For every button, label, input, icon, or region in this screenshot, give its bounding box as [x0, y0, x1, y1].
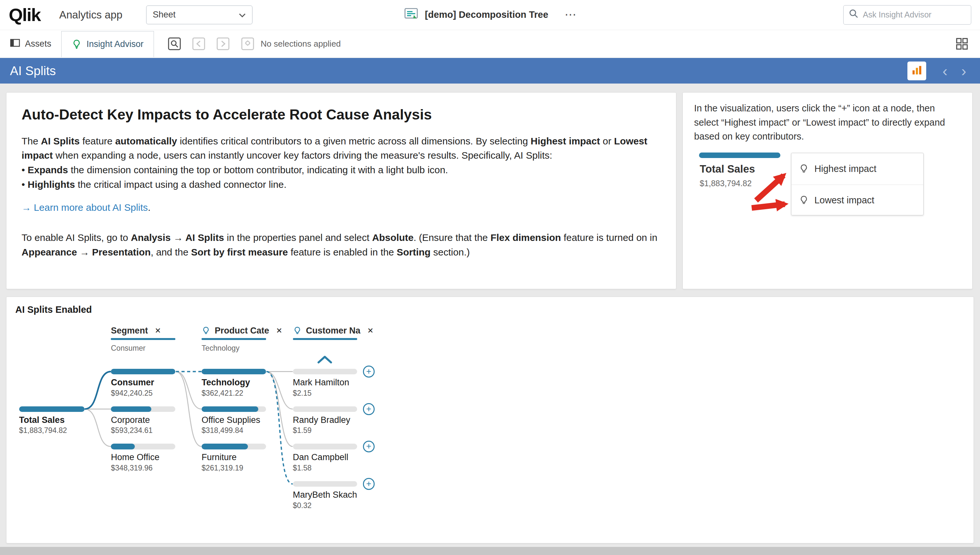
tree-node-office-supplies[interactable]: Office Supplies $318,499.84 — [201, 406, 266, 435]
expand-node-button[interactable]: + — [363, 478, 375, 490]
lightbulb-icon — [799, 164, 809, 174]
topbar: Qlik Analytics app Sheet [demo] Decompos… — [0, 0, 980, 30]
dimension-header-segment: Segment ✕ Consumer — [111, 326, 175, 353]
node-bar — [293, 369, 357, 374]
bottom-scroll-strip[interactable] — [0, 547, 980, 555]
node-label: Home Office — [111, 452, 175, 462]
tree-node-corporate[interactable]: Corporate $593,234.61 — [111, 406, 175, 435]
next-sheet-icon[interactable]: › — [961, 63, 966, 79]
clear-selections-icon[interactable] — [240, 35, 256, 52]
document-title-group: [demo] Decomposition Tree ⋯ — [404, 6, 576, 24]
more-menu-button[interactable]: ⋯ — [565, 9, 576, 21]
node-label: Corporate — [111, 415, 175, 425]
selections-status: No selections applied — [261, 39, 341, 49]
node-bar — [201, 406, 266, 412]
dimension-label: Segment — [111, 326, 148, 336]
tree-node-furniture[interactable]: Furniture $261,319.19 — [201, 444, 266, 472]
search-icon — [848, 8, 858, 21]
expand-node-button[interactable]: + — [363, 403, 375, 415]
tree-node-consumer[interactable]: Consumer $942,240.25 — [111, 369, 175, 398]
hint-card: In the visualization, users click the “+… — [682, 92, 972, 289]
info-bullet-1: • Expands the dimension containing the t… — [22, 163, 661, 178]
tree-node-home-office[interactable]: Home Office $348,319.96 — [111, 444, 175, 472]
qlik-logo: Qlik — [9, 4, 40, 25]
learn-more-line: →Learn more about AI Splits. — [22, 202, 661, 213]
node-bar — [111, 406, 175, 412]
expand-node-button[interactable]: + — [363, 441, 375, 453]
node-bar — [19, 406, 85, 412]
remove-dimension-button[interactable]: ✕ — [274, 326, 282, 335]
dimension-header-product-category: Product Cate ✕ Technology — [201, 326, 282, 353]
node-label: MaryBeth Skach — [293, 490, 357, 500]
selections-forward-icon[interactable] — [215, 35, 232, 52]
search-input[interactable] — [863, 10, 966, 19]
remove-dimension-button[interactable]: ✕ — [152, 326, 161, 335]
node-value: $1,883,794.82 — [19, 426, 85, 435]
tree-node-technology[interactable]: Technology $362,421.22 — [201, 369, 266, 398]
selections-back-icon[interactable] — [191, 35, 207, 52]
dimension-selection: Consumer — [111, 344, 175, 353]
node-bar — [201, 444, 266, 449]
expand-node-button[interactable]: + — [363, 366, 375, 377]
node-label: Total Sales — [19, 415, 85, 425]
sheet-thumbnail-icon — [404, 6, 419, 24]
insight-advisor-search[interactable] — [843, 5, 971, 25]
node-value: $348,319.96 — [111, 464, 175, 472]
dimension-underline — [111, 338, 175, 340]
impact-menu: Highest impact Lowest impact — [791, 153, 924, 215]
smart-search-icon[interactable] — [166, 35, 182, 52]
node-value: $318,499.84 — [201, 426, 266, 435]
node-value: $1.59 — [293, 426, 357, 435]
menu-item-highest-impact[interactable]: Highest impact — [792, 153, 923, 184]
dimension-underline — [293, 338, 357, 340]
tree-node-dan-campbell[interactable]: Dan Campbell $1.58 — [293, 444, 357, 472]
remove-dimension-button[interactable]: ✕ — [365, 326, 374, 335]
bar-chart-icon — [911, 64, 923, 79]
node-label: Randy Bradley — [293, 415, 357, 425]
app-label: Analytics app — [59, 9, 122, 21]
node-bar — [293, 444, 357, 449]
sheet-title: AI Splits — [10, 64, 56, 78]
prev-sheet-icon[interactable]: ‹ — [942, 63, 947, 79]
assets-button[interactable]: Assets — [0, 30, 61, 58]
dimension-label: Product Cate — [215, 326, 269, 336]
info-bullet-2: • Highlights the critical impact using a… — [22, 178, 661, 192]
info-paragraph-1: The AI Splits feature automatically iden… — [22, 134, 661, 163]
hint-node-value: $1,883,794.82 — [700, 179, 751, 188]
node-bar — [293, 406, 357, 412]
decomposition-tree-card: AI Splits Enabled Segment ✕ Consumer — [6, 297, 974, 543]
node-bar — [111, 369, 175, 374]
insight-advisor-label: Insight Advisor — [87, 39, 143, 49]
assets-panel-icon — [10, 38, 20, 50]
sheet-grid-icon[interactable] — [954, 35, 970, 52]
node-value: $942,240.25 — [111, 389, 175, 398]
node-value: $0.32 — [293, 501, 357, 510]
node-bar — [293, 481, 357, 487]
arrow-right-icon: → — [22, 202, 31, 213]
scroll-up-chevron-icon[interactable] — [317, 356, 332, 366]
sheet-header: AI Splits ‹ › — [0, 58, 980, 83]
node-bar — [111, 444, 175, 449]
sheet-content: Auto-Detect Key Impacts to Accelerate Ro… — [0, 83, 980, 547]
tree-node-randy-bradley[interactable]: Randy Bradley $1.59 — [293, 406, 357, 435]
menu-item-lowest-impact[interactable]: Lowest impact — [792, 184, 923, 216]
tree-node-total-sales[interactable]: Total Sales $1,883,794.82 — [19, 406, 85, 435]
dimension-label: Customer Na — [306, 326, 360, 336]
assets-label: Assets — [25, 39, 51, 49]
info-card: Auto-Detect Key Impacts to Accelerate Ro… — [6, 92, 676, 289]
node-bar — [201, 369, 266, 374]
chart-toggle-button[interactable] — [908, 61, 926, 80]
hint-text: In the visualization, users click the “+… — [694, 101, 961, 143]
learn-more-link[interactable]: Learn more about AI Splits — [34, 202, 148, 213]
menu-item-label: Lowest impact — [814, 195, 874, 205]
dimension-selection: Technology — [201, 344, 282, 353]
tree-node-mark-hamilton[interactable]: Mark Hamilton $2.15 — [293, 369, 357, 398]
node-label: Office Supplies — [201, 415, 266, 425]
node-label: Consumer — [111, 377, 175, 388]
tree-node-marybeth-skach[interactable]: MaryBeth Skach $0.32 — [293, 481, 357, 510]
insight-advisor-tab[interactable]: Insight Advisor — [61, 31, 154, 57]
dimension-header-customer-name: Customer Na ✕ — [293, 326, 374, 344]
lightbulb-icon — [799, 195, 809, 205]
sheet-selector[interactable]: Sheet — [146, 5, 253, 24]
lightbulb-icon — [72, 39, 82, 49]
